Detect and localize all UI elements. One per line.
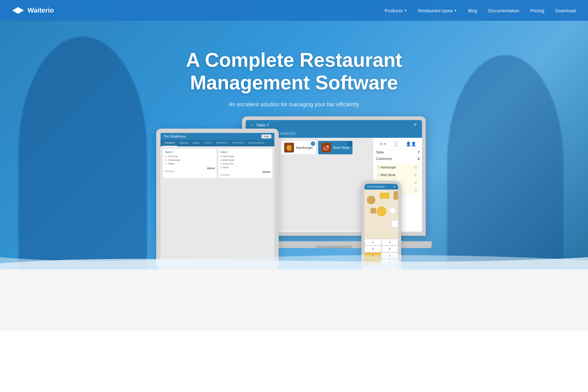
tablet-order-cards: Table 5 1 - Hot Dog 1 - Hamburger 1 - Wa… [163, 149, 272, 178]
nav-link-blog[interactable]: Blog [468, 8, 477, 13]
tablet-restaurant-name: The Steakhouse [164, 135, 186, 138]
phone-table-yellow[interactable] [377, 206, 386, 216]
brand-logo[interactable]: Waiterio [12, 6, 54, 14]
order-item-hamburger: 1 Hamburger 🗑 [376, 164, 420, 171]
tablet-card-table5: Table 5 1 - Hot Dog 1 - Hamburger 1 - Wa… [163, 149, 217, 178]
hamburger-badge: 1 [311, 141, 315, 146]
hero-wave [0, 245, 588, 270]
numpad-row-1: 1 2 [364, 239, 398, 246]
products-dropdown-icon: ▼ [404, 9, 407, 12]
list-item: 1 Fanta [220, 166, 270, 169]
order-item-beafsteak: 1 Beaf Steak 🗑 [376, 172, 420, 179]
table5-title: Table 5 [165, 151, 215, 153]
tablet-header: The Steakhouse Help [160, 133, 274, 140]
beafsteak-label: Beaf Steak [333, 146, 349, 149]
tablet-nav-reports[interactable]: REPORTS [214, 140, 230, 146]
phone-table-small1[interactable] [371, 208, 376, 213]
item2-delete-icon[interactable]: 🗑 [414, 173, 418, 177]
order-panel-icons: ✕✕ 🧾 👤👤 [376, 140, 420, 149]
numpad-btn-1[interactable]: 1 [364, 239, 381, 246]
nav-link-restaurant-types: Restaurant types [418, 8, 453, 13]
phone-table-circle[interactable] [367, 196, 375, 204]
numpad-btn-2[interactable]: 2 [381, 239, 398, 246]
menu-item-beafsteak[interactable]: 🥩 Beaf Steak 1 [318, 141, 352, 154]
navbar: Waiterio Products ▼ Restaurant types ▼ B… [0, 0, 588, 21]
list-item: 1 Hamburger [220, 155, 270, 158]
tablet-card-table7: Table 7 1 Hamburger 1 Beaf Steak 1 Coca … [218, 149, 272, 178]
table7-total: $30.00 [220, 171, 270, 173]
table-value: 7 [418, 150, 420, 154]
tablet-nav-printing[interactable]: PRINTING [230, 140, 246, 146]
bowtie-icon [12, 7, 24, 14]
phone-close-icon[interactable]: ✕ [394, 185, 396, 188]
phone-restaurant-name: The Steakhouse [367, 185, 385, 188]
beafsteak-thumb: 🥩 [321, 143, 331, 153]
list-item: 1 Beaf Steak [220, 158, 270, 162]
item2-qty: 1 [378, 173, 379, 177]
order-icon-x[interactable]: ✕✕ [379, 141, 386, 146]
hamburger-label: Hamburger [296, 146, 313, 149]
phone-table-rect2[interactable] [394, 191, 398, 200]
tablet-nav-staff[interactable]: STAFF [202, 140, 214, 146]
order-icon-receipt[interactable]: 🧾 [394, 141, 399, 146]
list-item: 1 - Hot Dog [165, 155, 215, 158]
table5-items: 1 - Hot Dog 1 - Hamburger 1 - Water [165, 155, 215, 166]
nav-link-pricing[interactable]: Pricing [530, 8, 544, 13]
restaurant-types-dropdown-icon: ▼ [454, 9, 457, 12]
tablet-nav-tables[interactable]: TABLES [177, 140, 190, 146]
search-icon[interactable]: 🔍 [413, 123, 418, 127]
list-item: 1 - Hamburger [165, 158, 215, 162]
table-label: Table [376, 150, 384, 154]
table5-total: $18.00 [165, 167, 215, 170]
back-arrow-icon: ← [250, 123, 254, 127]
nav-link-documentation[interactable]: Documentation [488, 8, 519, 13]
phone-header: The Steakhouse ✕ [364, 184, 398, 190]
phone-table-white[interactable] [391, 220, 398, 228]
item1-delete-icon[interactable]: 🗑 [414, 165, 418, 169]
hero-subtitle: An excellent solution for managing your … [229, 101, 359, 108]
tablet-nav-restaurant[interactable]: RESTAURANT [246, 140, 267, 146]
item4-delete-icon[interactable]: 🗑 [414, 188, 418, 192]
hero-section: A Complete Restaurant Management Softwar… [0, 0, 588, 270]
order-customers-row: Customers 2 [376, 156, 420, 162]
nav-item-restaurant-types[interactable]: Restaurant types ▼ [418, 8, 457, 13]
app-table-title: Table 7 [256, 123, 269, 127]
hamburger-thumb: 🍔 [284, 143, 294, 153]
nav-link-download[interactable]: Download [555, 8, 576, 13]
tablet-nav-orders[interactable]: ORDERS [162, 140, 177, 146]
tablet-nav: ORDERS TABLES MENU STAFF REPORTS PRINTIN… [160, 140, 274, 146]
hero-title: A Complete Restaurant Management Softwar… [186, 49, 402, 94]
brand-name: Waiterio [28, 6, 54, 14]
table7-items: 1 Hamburger 1 Beaf Steak 1 Coca Cola 1 F… [220, 155, 270, 169]
menu-item-hamburger[interactable]: 🍔 Hamburger 1 [281, 141, 316, 154]
tablet-help-btn[interactable]: Help [262, 134, 271, 138]
app-header-left: ← Table 7 [250, 123, 269, 127]
table7-footer[interactable]: PAYMENT [220, 174, 270, 176]
phone-table-layout [364, 190, 398, 239]
table7-title: Table 7 [220, 151, 270, 153]
nav-links: Products ▼ Restaurant types ▼ Blog Docum… [385, 8, 576, 13]
order-icon-people[interactable]: 👤👤 [406, 141, 416, 146]
item3-delete-icon[interactable]: 🗑 [414, 180, 418, 185]
nav-link-products: Products [385, 8, 403, 13]
nav-item-products[interactable]: Products ▼ [385, 8, 407, 13]
item2-name: Beaf Steak [381, 173, 414, 177]
phone-table-diamond[interactable] [388, 206, 397, 215]
list-item: 1 Coca Cola [220, 162, 270, 166]
item1-qty: 1 [378, 166, 379, 169]
item1-name: Hamburger [381, 166, 414, 169]
table5-footer[interactable]: PAYMENT [165, 170, 215, 172]
phone-table-rect1[interactable] [380, 193, 390, 199]
tablet-nav-menu[interactable]: MENU [190, 140, 202, 146]
below-hero-section [0, 270, 588, 331]
order-table-row: Table 7 [376, 149, 420, 156]
beafsteak-badge: 1 [348, 141, 352, 146]
customers-value: 2 [418, 157, 420, 160]
list-item: 1 - Water [165, 162, 215, 166]
customers-label: Customers [376, 157, 392, 160]
